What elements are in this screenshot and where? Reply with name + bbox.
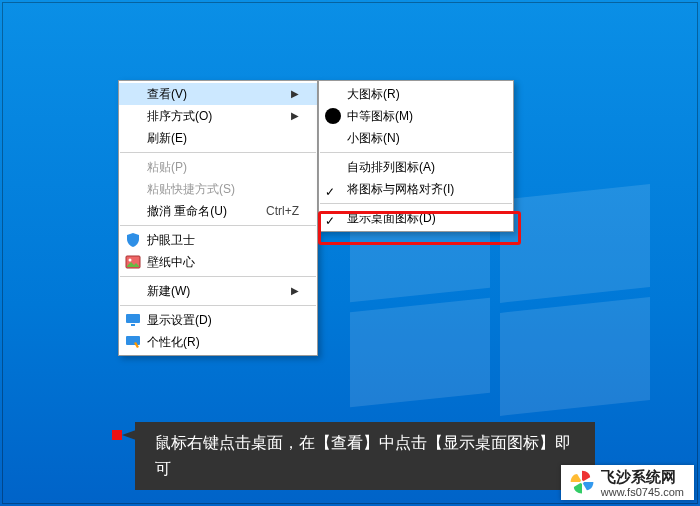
instruction-caption: 鼠标右键点击桌面，在【查看】中点击【显示桌面图标】即可 [135,422,595,490]
check-icon: ✓ [319,181,347,197]
menu-item-personalize[interactable]: 个性化(R) [119,331,317,353]
submenu-arrow-icon: ▶ [291,83,299,105]
caption-pointer-dot [112,430,122,440]
menu-item-label: 个性化(R) [147,331,299,353]
menu-item-view[interactable]: 查看(V) ▶ [119,83,317,105]
menu-item-auto-arrange[interactable]: 自动排列图标(A) [319,156,513,178]
menu-item-eye-guard[interactable]: 护眼卫士 [119,229,317,251]
menu-item-show-desktop-icons[interactable]: ✓ 显示桌面图标(D) [319,207,513,229]
menu-item-new[interactable]: 新建(W) ▶ [119,280,317,302]
menu-item-small-icons[interactable]: 小图标(N) [319,127,513,149]
menu-item-label: 撤消 重命名(U) [147,200,236,222]
menu-item-label: 壁纸中心 [147,251,299,273]
check-icon: ✓ [319,210,347,226]
menu-item-paste: 粘贴(P) [119,156,317,178]
menu-separator [120,152,316,153]
menu-item-label: 大图标(R) [347,83,495,105]
radio-selected-icon [319,108,347,124]
menu-item-label: 排序方式(O) [147,105,273,127]
menu-separator [120,225,316,226]
paint-icon [119,334,147,350]
shield-icon [119,232,147,248]
menu-separator [120,276,316,277]
menu-item-medium-icons[interactable]: 中等图标(M) [319,105,513,127]
menu-item-label: 自动排列图标(A) [347,156,495,178]
menu-item-large-icons[interactable]: 大图标(R) [319,83,513,105]
menu-item-label: 中等图标(M) [347,105,495,127]
menu-item-refresh[interactable]: 刷新(E) [119,127,317,149]
menu-separator [120,305,316,306]
svg-rect-3 [131,324,135,326]
menu-item-label: 查看(V) [147,83,273,105]
menu-item-sort[interactable]: 排序方式(O) ▶ [119,105,317,127]
submenu-arrow-icon: ▶ [291,280,299,302]
view-submenu: 大图标(R) 中等图标(M) 小图标(N) 自动排列图标(A) ✓ 将图标与网格… [318,80,514,232]
site-watermark: 飞沙系统网 www.fs0745.com [561,465,694,500]
menu-item-label: 小图标(N) [347,127,495,149]
monitor-icon [119,312,147,328]
menu-item-label: 显示桌面图标(D) [347,207,495,229]
menu-item-align-to-grid[interactable]: ✓ 将图标与网格对齐(I) [319,178,513,200]
svg-point-5 [580,480,584,484]
caption-pointer-arrow [122,430,136,440]
svg-rect-2 [126,314,140,323]
menu-item-label: 显示设置(D) [147,309,299,331]
picture-icon [119,254,147,270]
submenu-arrow-icon: ▶ [291,105,299,127]
menu-item-label: 粘贴(P) [147,156,299,178]
desktop-context-menu: 查看(V) ▶ 排序方式(O) ▶ 刷新(E) 粘贴(P) 粘贴快捷方式(S) … [118,80,318,356]
menu-separator [320,152,512,153]
menu-item-display-settings[interactable]: 显示设置(D) [119,309,317,331]
svg-point-1 [129,259,132,262]
menu-item-label: 将图标与网格对齐(I) [347,178,495,200]
menu-item-paste-shortcut: 粘贴快捷方式(S) [119,178,317,200]
menu-item-undo-rename[interactable]: 撤消 重命名(U) Ctrl+Z [119,200,317,222]
menu-separator [320,203,512,204]
menu-item-label: 护眼卫士 [147,229,299,251]
menu-item-label: 新建(W) [147,280,273,302]
menu-item-label: 粘贴快捷方式(S) [147,178,299,200]
watermark-title: 飞沙系统网 [601,469,684,486]
svg-rect-4 [126,336,140,345]
desktop[interactable]: 查看(V) ▶ 排序方式(O) ▶ 刷新(E) 粘贴(P) 粘贴快捷方式(S) … [0,0,700,506]
menu-item-shortcut: Ctrl+Z [266,200,299,222]
pinwheel-icon [569,469,595,498]
menu-item-label: 刷新(E) [147,127,299,149]
watermark-url: www.fs0745.com [601,486,684,498]
menu-item-wallpaper-center[interactable]: 壁纸中心 [119,251,317,273]
